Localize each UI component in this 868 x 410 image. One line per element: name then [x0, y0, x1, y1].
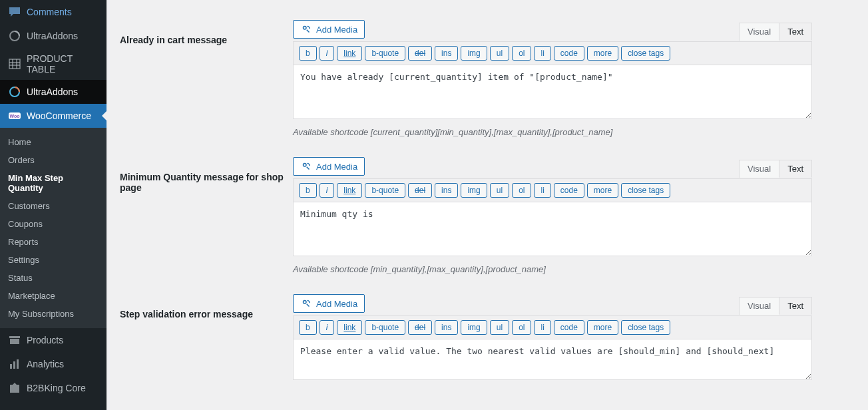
- sidebar-item-label: WooCommerce: [27, 110, 91, 121]
- tab-text[interactable]: Text: [779, 160, 812, 178]
- sidebar-item-products[interactable]: Products: [0, 328, 107, 352]
- submenu-subscriptions[interactable]: My Subscriptions: [0, 305, 107, 323]
- add-media-label: Add Media: [316, 162, 357, 172]
- shortcode-hint: Available shortcode [min_quantity],[max_…: [293, 264, 812, 274]
- qt-bquote[interactable]: b-quote: [365, 183, 405, 198]
- qt-del[interactable]: del: [408, 46, 432, 61]
- tab-text[interactable]: Text: [779, 297, 812, 315]
- sidebar-item-product-table[interactable]: PRODUCT TABLE: [0, 48, 107, 80]
- woocommerce-submenu: Home Orders Min Max Step Quantity Custom…: [0, 128, 107, 328]
- qt-bold[interactable]: b: [299, 46, 317, 61]
- editor-tabs: Visual Text: [739, 23, 812, 41]
- qt-ol[interactable]: ol: [512, 46, 531, 61]
- tab-visual[interactable]: Visual: [739, 23, 779, 41]
- qt-more[interactable]: more: [587, 320, 618, 335]
- media-icon: [300, 298, 312, 309]
- qt-link[interactable]: link: [337, 320, 362, 335]
- editor-box: b i link b-quote del ins img ul ol li co…: [293, 178, 812, 256]
- qt-li[interactable]: li: [534, 320, 550, 335]
- editor-textarea[interactable]: [294, 339, 811, 379]
- qt-ol[interactable]: ol: [512, 183, 531, 198]
- add-media-button[interactable]: Add Media: [293, 20, 365, 39]
- qt-li[interactable]: li: [534, 183, 550, 198]
- sidebar-item-ultraaddons-2[interactable]: UltraAddons: [0, 80, 107, 104]
- qt-code[interactable]: code: [554, 46, 584, 61]
- qt-bold[interactable]: b: [299, 320, 317, 335]
- tab-visual[interactable]: Visual: [739, 160, 779, 178]
- qt-bold[interactable]: b: [299, 183, 317, 198]
- qt-ul[interactable]: ul: [490, 46, 509, 61]
- comment-icon: [8, 5, 21, 19]
- qt-close[interactable]: close tags: [621, 320, 670, 335]
- submenu-orders[interactable]: Orders: [0, 151, 107, 169]
- sidebar-item-label: UltraAddons: [27, 31, 78, 41]
- qt-italic[interactable]: i: [320, 46, 335, 61]
- editor-textarea[interactable]: [294, 65, 811, 118]
- tab-text[interactable]: Text: [779, 23, 812, 41]
- qt-code[interactable]: code: [554, 183, 584, 198]
- qt-li[interactable]: li: [534, 46, 550, 61]
- submenu-status[interactable]: Status: [0, 269, 107, 287]
- submenu-reports[interactable]: Reports: [0, 233, 107, 251]
- sidebar-item-label: Comments: [27, 7, 72, 17]
- spiral-icon: [8, 85, 21, 99]
- submenu-marketplace[interactable]: Marketplace: [0, 287, 107, 305]
- sidebar-item-comments[interactable]: Comments: [0, 0, 107, 24]
- sidebar-item-woocommerce[interactable]: Woo WooCommerce: [0, 104, 107, 128]
- qt-img[interactable]: img: [461, 183, 487, 198]
- media-icon: [300, 23, 312, 35]
- submenu-home[interactable]: Home: [0, 133, 107, 151]
- sidebar-item-label: PRODUCT TABLE: [27, 53, 99, 75]
- qt-del[interactable]: del: [408, 183, 432, 198]
- qt-img[interactable]: img: [461, 46, 487, 61]
- add-media-button[interactable]: Add Media: [293, 157, 365, 176]
- form-row-already-in-cart: Already in cart message Add Media Visual…: [120, 20, 855, 137]
- row-label: Already in cart message: [120, 20, 293, 45]
- qt-italic[interactable]: i: [320, 183, 335, 198]
- sidebar-item-label: UltraAddons: [27, 87, 78, 97]
- qt-img[interactable]: img: [461, 320, 487, 335]
- add-media-label: Add Media: [316, 25, 357, 35]
- sidebar-item-label: Products: [27, 335, 63, 345]
- submenu-settings[interactable]: Settings: [0, 251, 107, 269]
- sidebar-item-b2bking[interactable]: B2BKing Core: [0, 376, 107, 400]
- row-label: Minimum Quantity message for shop page: [120, 157, 293, 193]
- qt-link[interactable]: link: [337, 183, 362, 198]
- submenu-min-max[interactable]: Min Max Step Quantity: [0, 169, 107, 197]
- add-media-button[interactable]: Add Media: [293, 294, 365, 313]
- submenu-coupons[interactable]: Coupons: [0, 215, 107, 233]
- svg-text:Woo: Woo: [9, 114, 19, 118]
- qt-italic[interactable]: i: [320, 320, 335, 335]
- quicktags-toolbar: b i link b-quote del ins img ul ol li co…: [294, 179, 811, 202]
- sidebar-item-analytics[interactable]: Analytics: [0, 352, 107, 376]
- qt-more[interactable]: more: [587, 183, 618, 198]
- editor-box: b i link b-quote del ins img ul ol li co…: [293, 315, 812, 380]
- sidebar-item-ultraaddons[interactable]: UltraAddons: [0, 24, 107, 48]
- qt-ul[interactable]: ul: [490, 183, 509, 198]
- qt-link[interactable]: link: [337, 46, 362, 61]
- qt-bquote[interactable]: b-quote: [365, 46, 405, 61]
- svg-point-12: [304, 27, 307, 30]
- qt-ins[interactable]: ins: [435, 46, 458, 61]
- svg-rect-11: [17, 359, 19, 369]
- qt-close[interactable]: close tags: [621, 46, 670, 61]
- qt-ins[interactable]: ins: [435, 320, 458, 335]
- add-media-label: Add Media: [316, 299, 357, 309]
- editor-textarea[interactable]: [294, 202, 811, 256]
- qt-del[interactable]: del: [408, 320, 432, 335]
- qt-ins[interactable]: ins: [435, 183, 458, 198]
- qt-ol[interactable]: ol: [512, 320, 531, 335]
- qt-code[interactable]: code: [554, 320, 584, 335]
- main-content: Already in cart message Add Media Visual…: [107, 0, 868, 410]
- sidebar-item-label: Analytics: [27, 359, 64, 369]
- admin-sidebar: Comments UltraAddons PRODUCT TABLE Ultra…: [0, 0, 107, 410]
- submenu-customers[interactable]: Customers: [0, 197, 107, 215]
- svg-rect-9: [10, 364, 12, 369]
- tab-visual[interactable]: Visual: [739, 297, 779, 315]
- qt-ul[interactable]: ul: [490, 320, 509, 335]
- spiral-icon: [8, 29, 21, 43]
- form-row-step-validation: Step validation error message Add Media …: [120, 294, 855, 380]
- qt-more[interactable]: more: [587, 46, 618, 61]
- qt-bquote[interactable]: b-quote: [365, 320, 405, 335]
- qt-close[interactable]: close tags: [621, 183, 670, 198]
